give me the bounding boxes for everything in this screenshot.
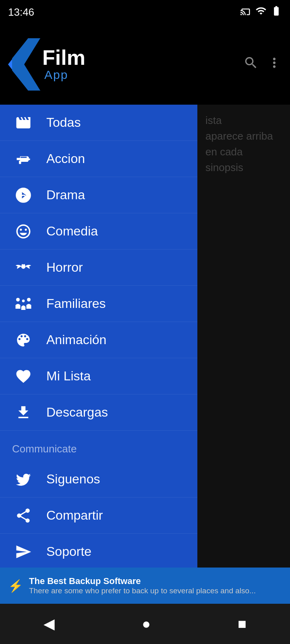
top-bar: Film App bbox=[0, 24, 290, 105]
menu-item-todas[interactable]: Todas bbox=[0, 105, 197, 141]
gun-icon bbox=[12, 148, 34, 170]
home-button[interactable]: ● bbox=[130, 611, 163, 636]
menu-label-milista: Mi Lista bbox=[46, 369, 91, 384]
menu-label-descargas: Descargas bbox=[46, 405, 108, 420]
family-icon bbox=[12, 293, 34, 315]
svg-marker-1 bbox=[12, 38, 40, 91]
menu-item-accion[interactable]: Accion bbox=[0, 141, 197, 177]
palette-icon bbox=[12, 329, 34, 351]
menu-item-siguenos[interactable]: Siguenos bbox=[0, 461, 197, 497]
twitter-icon bbox=[12, 468, 34, 490]
svg-point-4 bbox=[20, 193, 22, 194]
background-content: ista aparece arriba en cada sinopsis bbox=[197, 105, 290, 644]
recent-button[interactable]: ■ bbox=[226, 611, 259, 636]
menu-item-familiares[interactable]: Familiares bbox=[0, 286, 197, 322]
menu-item-horror[interactable]: Horror bbox=[0, 250, 197, 286]
send-icon bbox=[12, 541, 34, 563]
background-text: ista aparece arriba en cada sinopsis bbox=[197, 105, 290, 184]
menu-label-siguenos: Siguenos bbox=[46, 472, 100, 487]
menu-label-animacion: Animación bbox=[46, 332, 106, 347]
bottom-nav: ◀ ● ■ bbox=[0, 604, 290, 644]
menu-item-animacion[interactable]: Animación bbox=[0, 322, 197, 358]
logo-container: Film App bbox=[8, 38, 85, 91]
drama-icon bbox=[12, 184, 34, 206]
ad-icon: ⚡ bbox=[8, 579, 23, 593]
svg-point-6 bbox=[21, 264, 23, 266]
logo-app-text: App bbox=[42, 68, 85, 82]
smile-icon bbox=[12, 220, 34, 242]
menu-item-soporte[interactable]: Soporte bbox=[0, 534, 197, 570]
status-bar: 13:46 bbox=[0, 0, 290, 24]
logo-text: Film App bbox=[42, 47, 85, 82]
menu-label-horror: Horror bbox=[46, 260, 83, 275]
menu-label-todas: Todas bbox=[46, 115, 81, 130]
status-time: 13:46 bbox=[8, 6, 34, 19]
ad-content: The Best Backup Software There are some … bbox=[29, 576, 256, 595]
bat-icon bbox=[12, 256, 34, 279]
svg-point-5 bbox=[25, 193, 26, 194]
svg-rect-2 bbox=[19, 161, 21, 164]
logo-film-text: Film bbox=[42, 47, 85, 68]
communicate-section-header: Communicate bbox=[0, 431, 197, 461]
menu-label-compartir: Compartir bbox=[46, 508, 103, 523]
menu-label-familiares: Familiares bbox=[46, 296, 106, 311]
status-icons bbox=[240, 5, 282, 19]
share-icon bbox=[12, 504, 34, 526]
menu-item-descargas[interactable]: Descargas bbox=[0, 394, 197, 431]
menu-label-accion: Accion bbox=[46, 151, 85, 166]
menu-label-comedia: Comedia bbox=[46, 224, 98, 239]
menu-item-comedia[interactable]: Comedia bbox=[0, 213, 197, 250]
menu-label-drama: Drama bbox=[46, 188, 85, 202]
menu-item-drama[interactable]: Drama bbox=[0, 177, 197, 213]
film-icon bbox=[12, 111, 34, 134]
heart-icon bbox=[12, 365, 34, 387]
logo-chevron-icon bbox=[8, 38, 40, 91]
wifi-icon bbox=[255, 5, 267, 19]
navigation-drawer: Todas Accion Drama bbox=[0, 105, 197, 604]
cast-icon bbox=[240, 5, 251, 19]
ad-title: The Best Backup Software bbox=[29, 576, 256, 586]
battery-icon bbox=[271, 5, 282, 19]
ad-bar[interactable]: ⚡ The Best Backup Software There are som… bbox=[0, 568, 290, 604]
more-icon[interactable] bbox=[267, 55, 282, 74]
menu-label-soporte: Soporte bbox=[46, 544, 91, 559]
search-icon[interactable] bbox=[243, 55, 259, 74]
download-icon bbox=[12, 401, 34, 423]
ad-subtitle: There are some who prefer to back up to … bbox=[29, 586, 256, 595]
svg-point-8 bbox=[16, 298, 20, 301]
menu-item-compartir[interactable]: Compartir bbox=[0, 497, 197, 534]
top-bar-actions bbox=[243, 55, 282, 74]
menu-item-milista[interactable]: Mi Lista bbox=[0, 358, 197, 394]
svg-point-10 bbox=[22, 299, 25, 302]
back-button[interactable]: ◀ bbox=[31, 611, 67, 636]
svg-point-9 bbox=[27, 298, 31, 301]
svg-point-7 bbox=[24, 264, 25, 266]
